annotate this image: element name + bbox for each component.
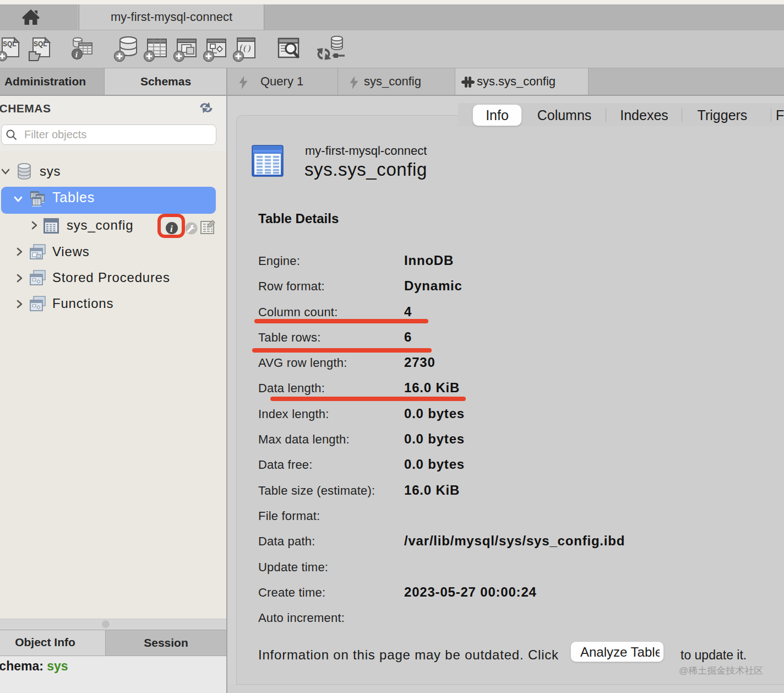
svg-text:i: i xyxy=(75,51,78,59)
svg-text:SQL: SQL xyxy=(3,40,17,48)
svg-text:SQL: SQL xyxy=(34,40,47,48)
